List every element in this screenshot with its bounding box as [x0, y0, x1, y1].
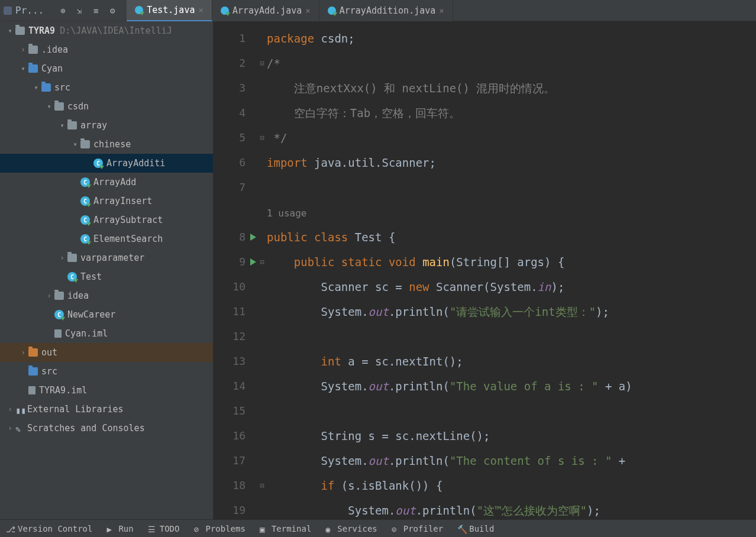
toolwindow-terminal[interactable]: ▣Terminal	[260, 524, 311, 533]
tree-row[interactable]: CNewCareer	[0, 305, 213, 324]
fold-marker[interactable]	[257, 150, 267, 175]
tree-row[interactable]: CArrayInsert	[0, 192, 213, 211]
code-line[interactable]: package csdn;	[267, 26, 756, 51]
tree-row[interactable]: ▾TYRA9D:\JAVA\IDEA\IntelliJ	[0, 21, 213, 40]
tab-arrayadd-java[interactable]: ArrayAdd.java×	[212, 0, 319, 21]
code-line[interactable]: import java.util.Scanner;	[267, 150, 756, 175]
fold-marker[interactable]	[257, 175, 267, 200]
tree-row[interactable]: Cyan.iml	[0, 324, 213, 343]
fold-marker[interactable]	[257, 225, 267, 250]
toolwindow-build[interactable]: 🔨Build	[457, 524, 494, 533]
close-icon[interactable]: ×	[198, 5, 203, 15]
tree-path: D:\JAVA\IDEA\IntelliJ	[60, 25, 172, 36]
chevron-icon[interactable]: ▾	[57, 121, 67, 130]
code-line[interactable]: if (s.isBlank()) {	[267, 473, 756, 498]
tab-test-java[interactable]: Test.java×	[127, 0, 212, 21]
toolwindow-profiler[interactable]: ⊙Profiler	[392, 524, 443, 533]
fold-marker[interactable]	[257, 324, 267, 349]
chevron-icon[interactable]: ▾	[70, 140, 80, 148]
code-line[interactable]	[267, 324, 756, 349]
tree-row[interactable]: TYRA9.iml	[0, 381, 213, 400]
tree-row[interactable]: ▾Cyan	[0, 59, 213, 78]
tree-row[interactable]: ›▮▮External Libraries	[0, 400, 213, 419]
tree-row[interactable]: CArrayAdditi	[0, 154, 213, 173]
code-line[interactable]: System.out.println("这™怎么接收为空啊");	[267, 498, 756, 519]
toolwindow-problems[interactable]: ⊘Problems	[193, 524, 245, 533]
tree-row[interactable]: CArraySubtract	[0, 211, 213, 229]
term-icon: ▣	[260, 525, 268, 533]
chevron-icon[interactable]: ›	[5, 424, 15, 432]
tree-row[interactable]: CArrayAdd	[0, 173, 213, 192]
run-gutter-icon[interactable]	[250, 234, 256, 241]
tree-row[interactable]: CElementSearch	[0, 229, 213, 248]
fold-marker[interactable]	[257, 101, 267, 125]
code-line[interactable]	[267, 399, 756, 423]
code-line[interactable]: 注意nextXxx() 和 nextLine() 混用时的情况。	[267, 76, 756, 101]
toolwindow-run[interactable]: ▶Run	[106, 524, 133, 533]
close-icon[interactable]: ×	[305, 6, 310, 15]
fold-marker[interactable]	[257, 200, 267, 225]
code-line[interactable]: System.out.println("请尝试输入一个int类型：");	[267, 299, 756, 324]
fold-marker[interactable]	[257, 423, 267, 448]
chevron-icon[interactable]: ›	[57, 254, 67, 262]
run-gutter-icon[interactable]	[250, 258, 256, 266]
code-line[interactable]: /*	[267, 51, 756, 76]
fold-marker[interactable]	[257, 399, 267, 423]
fold-marker[interactable]	[257, 299, 267, 324]
settings-icon[interactable]: ⚙	[108, 6, 117, 15]
chevron-icon[interactable]: ›	[18, 348, 28, 357]
chevron-icon[interactable]: ▾	[5, 27, 15, 35]
code-line[interactable]: public class Test {	[267, 225, 756, 250]
fold-marker[interactable]	[257, 374, 267, 399]
fold-marker[interactable]	[257, 274, 267, 299]
tree-row[interactable]: ▾array	[0, 116, 213, 135]
tree-row[interactable]: ▾src	[0, 78, 213, 97]
fold-marker[interactable]	[257, 26, 267, 51]
toolwindow-todo[interactable]: ☰TODO	[148, 524, 180, 533]
tree-row[interactable]: ›varparameter	[0, 248, 213, 267]
expand-down-icon[interactable]: ⇲	[75, 6, 84, 15]
code-editor[interactable]: 12345678910111213141516171819 ⊟⊟⊟⊟ packa…	[213, 21, 756, 519]
fold-marker[interactable]: ⊟	[257, 125, 267, 150]
toolwindow-services[interactable]: ◉Services	[325, 524, 377, 533]
fold-marker[interactable]	[257, 349, 267, 374]
fold-marker[interactable]: ⊟	[257, 51, 267, 76]
fold-marker[interactable]: ⊟	[257, 473, 267, 498]
tree-row[interactable]: CTest	[0, 267, 213, 286]
collapse-icon[interactable]: ≡	[91, 6, 101, 15]
tab-arrayaddition-java[interactable]: ArrayAddition.java×	[319, 0, 453, 21]
chevron-icon[interactable]: ›	[44, 292, 54, 300]
code-line[interactable]: System.out.println("The value of a is : …	[267, 374, 756, 399]
code-line[interactable]: 空白字符：Tab，空格，回车符。	[267, 101, 756, 125]
tree-row[interactable]: ▾csdn	[0, 97, 213, 116]
close-icon[interactable]: ×	[439, 6, 444, 15]
code-line[interactable]: System.out.println("The content of s is …	[267, 448, 756, 473]
code-line[interactable]: int a = sc.nextInt();	[267, 349, 756, 374]
chevron-icon[interactable]: ›	[5, 405, 15, 413]
tree-row[interactable]: ›✎Scratches and Consoles	[0, 419, 213, 438]
fold-marker[interactable]: ⊟	[257, 250, 267, 274]
code-line[interactable]	[267, 175, 756, 200]
code-line[interactable]: String s = sc.nextLine();	[267, 423, 756, 448]
code-line[interactable]: */	[267, 125, 756, 150]
project-selector[interactable]: Pr...	[4, 5, 44, 16]
chevron-icon[interactable]: ›	[18, 46, 28, 54]
code-line[interactable]: Scanner sc = new Scanner(System.in);	[267, 274, 756, 299]
tree-row[interactable]: ▾chinese	[0, 135, 213, 154]
chevron-icon[interactable]: ▾	[31, 83, 41, 92]
toolwindow-version-control[interactable]: ⎇Version Control	[6, 524, 92, 533]
fold-marker[interactable]	[257, 498, 267, 519]
chevron-icon[interactable]: ▾	[44, 102, 54, 111]
tree-row[interactable]: ›.idea	[0, 40, 213, 59]
code-line[interactable]: public static void main(String[] args) {	[267, 250, 756, 274]
fold-marker[interactable]	[257, 448, 267, 473]
target-icon[interactable]: ⊕	[58, 6, 67, 15]
tree-row[interactable]: ›idea	[0, 286, 213, 305]
code-content[interactable]: package csdn;/* 注意nextXxx() 和 nextLine()…	[267, 21, 756, 519]
tree-row[interactable]: ›out	[0, 343, 213, 362]
chevron-icon[interactable]: ▾	[18, 64, 28, 73]
fold-marker[interactable]	[257, 76, 267, 101]
tree-row[interactable]: src	[0, 362, 213, 381]
code-line[interactable]: 1 usage	[267, 200, 756, 225]
project-tree[interactable]: ▾TYRA9D:\JAVA\IDEA\IntelliJ›.idea▾Cyan▾s…	[0, 21, 213, 519]
